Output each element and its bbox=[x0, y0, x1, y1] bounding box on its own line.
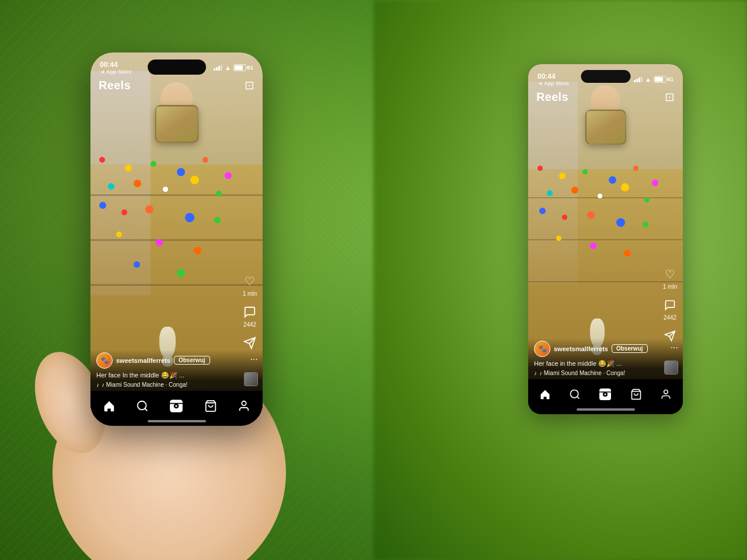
home-icon-right bbox=[539, 388, 551, 400]
action-buttons-right: ♡ 1 mln 2442 bbox=[662, 266, 678, 344]
reel-info-right: 🐾 sweetsmallferrets Obserwuj Her face in… bbox=[534, 341, 654, 376]
music-thumbnail-left[interactable] bbox=[244, 372, 258, 386]
tab-profile-left[interactable] bbox=[234, 396, 254, 416]
rball-6 bbox=[652, 180, 658, 186]
comment-icon-left[interactable] bbox=[242, 304, 258, 320]
caption-right: Her face in the middle 😂🎉 ... bbox=[534, 359, 654, 368]
right-phone-container: 00:44 ◄ App Store ▲ 51 bbox=[528, 64, 683, 414]
rball-12 bbox=[539, 208, 546, 214]
ball-green-3 bbox=[214, 217, 221, 223]
window-light bbox=[90, 71, 151, 295]
ball-blue-1 bbox=[177, 168, 185, 176]
music-thumbnail-right[interactable] bbox=[664, 360, 678, 374]
signal-bars-right bbox=[634, 76, 643, 82]
rball-1 bbox=[537, 166, 543, 171]
box-held-right bbox=[585, 110, 626, 145]
tab-profile-right[interactable] bbox=[657, 385, 675, 404]
svg-point-12 bbox=[176, 405, 177, 407]
tab-home-right[interactable] bbox=[536, 385, 554, 404]
like-button-right[interactable]: ♡ 1 mln bbox=[662, 266, 678, 290]
signal-bar-1 bbox=[214, 68, 215, 71]
left-phone: 00:44 ◄ App Store ▲ 51 bbox=[90, 52, 263, 426]
shop-icon-left bbox=[204, 400, 217, 412]
svg-line-19 bbox=[577, 397, 580, 399]
follow-button-right[interactable]: Obserwuj bbox=[612, 344, 648, 353]
wifi-icon-right: ▲ bbox=[645, 76, 651, 83]
notch-right bbox=[581, 70, 630, 83]
camera-icon-right[interactable]: ⊡ bbox=[665, 90, 675, 104]
svg-point-22 bbox=[605, 394, 606, 396]
home-icon-left bbox=[103, 400, 116, 412]
profile-icon-right bbox=[660, 388, 672, 400]
more-options-right[interactable]: ··· bbox=[671, 342, 678, 353]
music-label-left: ♪ Miami Sound Machine · Conga! bbox=[102, 382, 187, 388]
heart-icon-left[interactable]: ♡ bbox=[242, 273, 258, 289]
music-row-right: ♪ ♪ Miami Sound Machine · Conga! bbox=[534, 370, 654, 376]
window-light-right bbox=[528, 82, 578, 285]
tab-home-left[interactable] bbox=[99, 396, 119, 416]
ball-blue-2 bbox=[99, 202, 106, 209]
avatar-left: 🐾 bbox=[96, 352, 113, 369]
step-right-2 bbox=[528, 239, 683, 240]
ball-cyan-1 bbox=[108, 183, 114, 190]
status-left-group-right: 00:44 ◄ App Store bbox=[537, 72, 569, 86]
comment-icon-right[interactable] bbox=[662, 297, 678, 313]
music-thumb-image-left bbox=[245, 373, 257, 386]
home-indicator-left bbox=[148, 420, 206, 422]
battery-icon-right bbox=[654, 76, 666, 83]
svg-point-18 bbox=[570, 390, 578, 398]
tab-search-right[interactable] bbox=[566, 385, 584, 404]
reels-icon-left bbox=[169, 398, 184, 414]
like-count-left: 1 mln bbox=[243, 290, 257, 297]
box-held bbox=[155, 105, 198, 143]
step-right-3 bbox=[528, 281, 683, 282]
reels-title-left: Reels bbox=[99, 79, 131, 92]
search-icon-right bbox=[569, 388, 581, 400]
music-thumb-image-right bbox=[665, 361, 678, 374]
battery-fill-left bbox=[235, 65, 243, 70]
tab-search-left[interactable] bbox=[132, 396, 152, 416]
follow-button-left[interactable]: Obserwuj bbox=[174, 356, 210, 365]
signal-bar-r3 bbox=[638, 78, 640, 82]
ball-orange-4 bbox=[194, 247, 201, 254]
ball-pink-1 bbox=[225, 172, 232, 179]
status-store-left: ◄ App Store bbox=[100, 69, 131, 75]
comment-button-right[interactable]: 2442 bbox=[662, 297, 678, 321]
signal-bar-r1 bbox=[634, 80, 636, 82]
rball-3 bbox=[582, 169, 588, 174]
tab-reels-left[interactable] bbox=[165, 395, 187, 417]
tab-shop-left[interactable] bbox=[201, 396, 221, 416]
ball-orange-1 bbox=[203, 157, 208, 163]
rball-14 bbox=[587, 211, 595, 219]
user-row-right: 🐾 sweetsmallferrets Obserwuj bbox=[534, 341, 654, 357]
rball-17 bbox=[556, 236, 561, 241]
reel-info-left: 🐾 sweetsmallferrets Obserwuj Her face In… bbox=[96, 352, 233, 388]
ball-red-2 bbox=[121, 209, 127, 215]
battery-icon-left bbox=[233, 64, 246, 71]
reels-title-right: Reels bbox=[536, 90, 568, 104]
comment-count-left: 2442 bbox=[243, 321, 256, 328]
rball-10 bbox=[621, 183, 629, 191]
ball-green-1 bbox=[151, 161, 156, 167]
right-phone: 00:44 ◄ App Store ▲ 51 bbox=[528, 64, 683, 414]
like-button-left[interactable]: ♡ 1 mln bbox=[242, 273, 258, 297]
ball-green-4 bbox=[177, 269, 185, 277]
music-note-right: ♪ bbox=[534, 370, 537, 376]
share-icon-left[interactable] bbox=[242, 335, 258, 351]
heart-icon-right[interactable]: ♡ bbox=[662, 266, 678, 282]
music-label-right: ♪ Miami Sound Machine · Conga! bbox=[539, 370, 625, 376]
caption-left: Her face In the middle 😂🎉 ... bbox=[96, 371, 233, 379]
share-button-left[interactable] bbox=[242, 335, 258, 351]
signal-bars-left bbox=[214, 65, 222, 71]
camera-icon-left[interactable]: ⊡ bbox=[245, 78, 254, 92]
tab-shop-right[interactable] bbox=[627, 385, 645, 404]
rball-11 bbox=[644, 197, 650, 202]
tab-reels-right[interactable] bbox=[595, 384, 616, 405]
signal-bar-4 bbox=[221, 65, 222, 71]
comment-button-left[interactable]: 2442 bbox=[242, 304, 258, 328]
rball-7 bbox=[547, 190, 553, 196]
status-time-left: 00:44 bbox=[100, 61, 131, 69]
step-3 bbox=[90, 284, 263, 286]
more-options-left[interactable]: ··· bbox=[250, 354, 258, 365]
avatar-right: 🐾 bbox=[534, 341, 550, 357]
